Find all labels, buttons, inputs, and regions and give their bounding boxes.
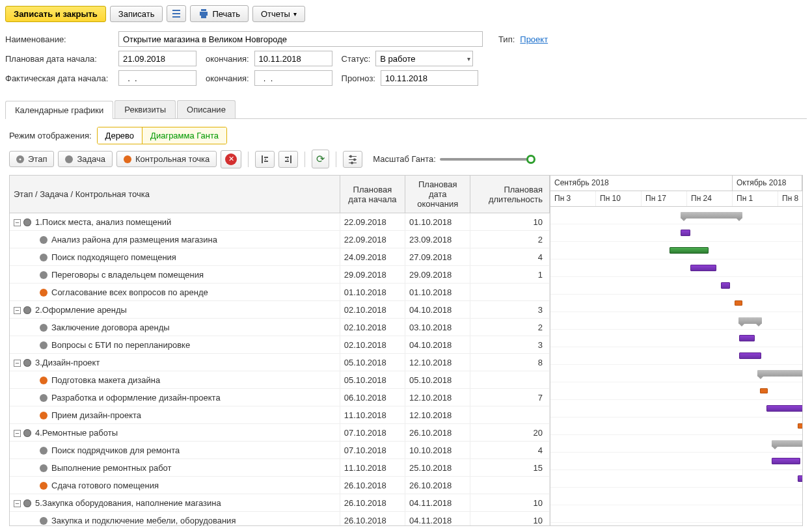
table-row[interactable]: Анализ района для размещения магазина22.… [10,231,550,248]
table-row[interactable]: −2.Оформление аренды02.10.201804.10.2018… [10,301,550,319]
gantt-bar[interactable] [798,423,802,429]
print-button[interactable]: Печать [190,5,249,22]
gantt-row [550,382,802,400]
plan-end-input[interactable] [254,51,332,66]
gantt-bar[interactable] [721,282,730,289]
row-name: 1.Поиск места, анализ помещений [35,217,171,227]
gear-icon [23,306,31,314]
collapse-icon[interactable]: − [14,360,21,367]
table-row[interactable]: −5.Закупка оборудования, наполнение мага… [10,494,550,512]
gantt-bar[interactable] [757,370,802,377]
row-duration [470,406,550,424]
gear-icon [23,429,31,437]
table-row[interactable]: Сдача готового помещения26.10.201826.10.… [10,477,550,494]
row-start: 11.10.2018 [340,459,405,477]
tab-requisites[interactable]: Реквизиты [115,100,176,118]
status-select[interactable] [375,51,473,66]
table-row[interactable]: Выполнение ремонтных работ11.10.201825.1… [10,459,550,477]
row-duration [470,284,550,301]
add-stage-button[interactable]: Этап [9,151,54,167]
row-name: 2.Оформление аренды [35,305,127,315]
gantt-bar[interactable] [738,317,762,324]
add-milestone-button[interactable]: Контрольная точка [116,151,217,167]
indent-right-button[interactable] [278,151,298,168]
table-row[interactable]: −1.Поиск места, анализ помещений22.09.20… [10,213,550,231]
delete-button[interactable]: ✕ [221,150,241,168]
table-row[interactable]: Закупка и подключение мебели, оборудован… [10,512,550,527]
table-row[interactable]: Вопросы с БТИ по перепланировке02.10.201… [10,336,550,354]
forecast-input[interactable] [381,70,478,86]
gantt-bar[interactable] [760,388,768,393]
gantt-bar[interactable] [739,352,761,359]
milestone-chip-label: Контрольная точка [135,154,210,164]
separator [248,152,249,167]
collapse-icon[interactable]: − [14,500,21,507]
tab-calendar[interactable]: Календарные графики [5,101,113,119]
row-name: 4.Ремонтные работы [35,428,118,438]
gantt-bar[interactable] [772,458,800,464]
plan-start-input[interactable] [118,51,196,66]
row-duration: 10 [470,213,550,231]
row-end: 12.10.2018 [405,406,470,424]
table-row[interactable]: −3.Дизайн-проект05.10.201812.10.20188 [10,354,550,371]
fact-end-input[interactable] [254,70,332,86]
table-row[interactable]: Поиск подрядчиков для ремонта07.10.20181… [10,442,550,459]
gantt-bar[interactable] [681,212,742,219]
type-link[interactable]: Проект [520,34,548,44]
collapse-icon[interactable]: − [14,430,21,437]
task-icon [40,394,47,402]
slider-thumb[interactable] [526,155,535,164]
settings-button[interactable] [343,151,362,168]
reports-button[interactable]: Отчеты ▾ [252,6,305,22]
indent-left-button[interactable] [255,151,275,168]
gantt-bar[interactable] [681,230,690,236]
row-name: Анализ района для размещения магазина [51,235,217,245]
task-chip-label: Задача [77,154,105,164]
table-row[interactable]: Поиск подходящего помещения24.09.201827.… [10,248,550,266]
fact-start-input[interactable] [118,70,196,86]
gantt-row [550,295,802,312]
row-duration [470,477,550,494]
mode-gantt-button[interactable]: Диаграмма Ганта [142,127,226,144]
row-duration: 3 [470,301,550,319]
gantt-bar[interactable] [735,300,742,306]
name-input[interactable] [118,31,483,47]
milestone-icon [40,289,47,297]
caret-down-icon: ▾ [293,10,297,18]
gantt-bar[interactable] [690,265,716,271]
gantt-bar[interactable] [739,335,755,341]
refresh-button[interactable]: ⟳ [312,150,329,168]
indent-left-icon [260,154,270,165]
table-row[interactable]: Заключение договора аренды02.10.201803.1… [10,319,550,336]
table-row[interactable]: Согласование всех вопросов по аренде01.1… [10,284,550,301]
table-row[interactable]: Прием дизайн-проекта11.10.201812.10.2018 [10,406,550,424]
row-end: 04.10.2018 [405,301,470,319]
tab-description[interactable]: Описание [177,100,236,118]
gantt-week: Пн 1 [733,191,778,206]
gantt-scale-slider[interactable] [440,158,531,161]
list-icon-button[interactable] [167,5,186,22]
mode-tree-button[interactable]: Дерево [98,127,142,144]
table-row[interactable]: Подготовка макета дизайна05.10.201805.10… [10,371,550,389]
collapse-icon[interactable]: − [14,307,21,314]
row-duration: 2 [470,231,550,248]
gantt-bar[interactable] [670,247,709,254]
gantt-bar[interactable] [772,440,802,447]
row-start: 05.10.2018 [340,354,405,371]
chevron-down-icon[interactable]: ▾ [467,55,470,62]
save-and-close-button[interactable]: Записать и закрыть [5,6,106,22]
save-button[interactable]: Записать [110,6,163,22]
row-start: 02.10.2018 [340,301,405,319]
gantt-week: Пн 8 [778,191,802,206]
list-icon [171,8,182,19]
add-task-button[interactable]: Задача [58,151,113,167]
separator [336,152,336,167]
row-duration: 7 [470,389,550,406]
table-row[interactable]: Разработка и оформление дизайн-проекта06… [10,389,550,406]
collapse-icon[interactable]: − [14,219,21,226]
gantt-bar[interactable] [798,475,802,482]
gantt-bar[interactable] [766,405,802,412]
table-row[interactable]: Переговоры с владельцем помещения29.09.2… [10,266,550,284]
table-row[interactable]: −4.Ремонтные работы07.10.201826.10.20182… [10,424,550,442]
gantt-week: Пн 3 [550,191,596,206]
